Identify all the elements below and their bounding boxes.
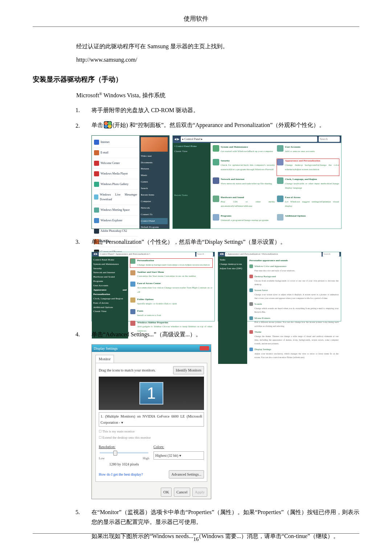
step-3: 单击“Personalization”（个性化），然后单击“Display Se… bbox=[75, 237, 359, 321]
step-3-text: 单击“Personalization”（个性化），然后单击“Display Se… bbox=[91, 239, 286, 245]
close-icon[interactable] bbox=[200, 346, 209, 350]
page-number: 16 bbox=[0, 536, 392, 542]
step-2-text-a: 单击 bbox=[91, 122, 103, 128]
start-menu: Internet E-mail Welcome Center Windows M… bbox=[91, 135, 170, 229]
os-prefix: Microsoft bbox=[76, 93, 99, 99]
tab-monitor[interactable]: Monitor bbox=[95, 355, 114, 363]
main-monitor-checkbox: ☐ This is my main monitor bbox=[99, 429, 204, 434]
personalization-panel: ◀ ▶• Appearance and Personalization • Pe… bbox=[218, 252, 341, 321]
help-link[interactable]: How do I get the best display? bbox=[99, 471, 143, 477]
os-suffix: Windows Vista‚ 操作系统 bbox=[102, 93, 166, 99]
os-line: Microsoft® Windows Vista‚ 操作系统 bbox=[76, 91, 359, 100]
step-4: 单击“Advanced Settings...”（高级设置...）。 Displ… bbox=[75, 329, 359, 499]
identify-monitors-button[interactable]: Identify Monitors bbox=[173, 366, 204, 374]
section-heading: 安装显示器驱动程序（手动） bbox=[33, 75, 359, 84]
monitor-icon[interactable]: 1 bbox=[139, 382, 163, 405]
header-rule bbox=[33, 26, 359, 27]
apply-button[interactable]: Apply bbox=[192, 488, 208, 497]
step-2: 单击(开始) 和“控制面板”。然后双击“Appearance and Perso… bbox=[75, 120, 359, 229]
start-icon bbox=[104, 121, 112, 128]
dialog-title: Display Settings bbox=[94, 345, 118, 352]
advanced-settings-button[interactable]: Advanced Settings... bbox=[169, 470, 204, 479]
colors-select[interactable]: Highest (32 bit) ▾ bbox=[154, 451, 204, 460]
monitor-select[interactable]: 1. (Multiple Monitors) on NVIDIA GeForce… bbox=[99, 412, 204, 427]
resolution-value: 1280 by 1024 pixels bbox=[99, 461, 149, 467]
step-2-text-b: (开始) 和“控制面板”。然后双击“Appearance and Persona… bbox=[113, 122, 325, 128]
figure-3: Display Settings Monitor Drag the icons … bbox=[91, 344, 359, 499]
step-1: 将手册附带的光盘放入 CD-ROM 驱动器。 bbox=[75, 105, 359, 115]
appearance-panel: ◀ ▶Control Panel • Appearance and Person… bbox=[91, 252, 215, 321]
figure-1: Internet E-mail Welcome Center Windows M… bbox=[91, 135, 359, 229]
step-5-text-1: 在“Monitor”（监视器）选项卡中单击“Properties”（属性）。如果… bbox=[91, 509, 359, 525]
intro-url: http://www.samsung.com/ bbox=[76, 55, 352, 65]
ok-button[interactable]: OK bbox=[161, 488, 172, 497]
intro-text-1: 经过认证的此驱动程序可在 Samsung 显示器的主页上找到。 bbox=[76, 41, 352, 51]
step-4-text: 单击“Advanced Settings...”（高级设置...）。 bbox=[91, 331, 201, 337]
drag-text: Drag the icons to match your monitors. bbox=[99, 367, 156, 373]
extend-desktop-checkbox: ☐ Extend the desktop onto this monitor bbox=[99, 435, 204, 440]
resolution-label: Resolution: bbox=[99, 445, 115, 449]
cancel-button[interactable]: Cancel bbox=[174, 488, 190, 497]
resolution-slider[interactable] bbox=[99, 452, 148, 454]
control-panel-window: ◀ ▶ ▸ Control Panel ▸ Search • Control P… bbox=[172, 135, 342, 229]
page-header: 使用软件 bbox=[33, 15, 359, 23]
colors-label: Colors: bbox=[154, 445, 164, 449]
display-settings-dialog: Display Settings Monitor Drag the icons … bbox=[91, 344, 211, 499]
footer-rule bbox=[33, 533, 359, 534]
step-1-text: 将手册附带的光盘放入 CD-ROM 驱动器。 bbox=[91, 107, 199, 113]
figure-2: ◀ ▶Control Panel • Appearance and Person… bbox=[91, 252, 359, 321]
